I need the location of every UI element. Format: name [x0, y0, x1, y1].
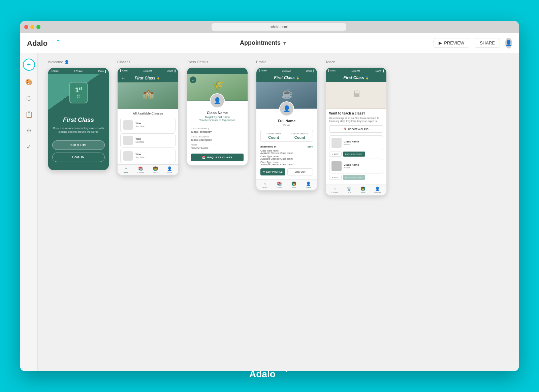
- bottom-adalo-logo: Adalo ✦: [249, 368, 290, 380]
- nav-home-label: Home: [262, 187, 267, 189]
- close-dot[interactable]: [24, 25, 28, 29]
- teach-phone[interactable]: ▎Adalo 1:32 AM 100% ▐ First Class 🥇: [325, 67, 387, 196]
- welcome-screen-card: Welcome 👤 ▎Adalo 1:33 AM 100% ▐ 1st �: [48, 60, 109, 170]
- teach-hero-svg: 🖥: [326, 82, 386, 108]
- svg-text:🌾: 🌾: [212, 80, 224, 91]
- classes-nav-icon: 📚: [277, 182, 282, 186]
- share-button[interactable]: SHARE: [475, 38, 500, 48]
- notes-value: Teacher Notes: [191, 146, 244, 150]
- class-list-item-3[interactable]: Title Subtitle: [120, 149, 176, 163]
- nav-classes[interactable]: 📚 Classes: [137, 166, 144, 173]
- class-item-subtitle-3: Subtitle: [135, 156, 145, 159]
- nav-teach[interactable]: 👨‍🏫 Teach: [153, 166, 158, 173]
- classes-hero-image: 🏫: [118, 82, 178, 109]
- minimize-dot[interactable]: [30, 25, 34, 29]
- login-button[interactable]: LOG IN: [52, 153, 105, 162]
- battery-icon: 100% ▐: [98, 70, 106, 72]
- sidebar-item-palette[interactable]: 🎨: [24, 77, 34, 87]
- profile-header-bar: First Class 🥇: [256, 74, 317, 82]
- main-content: + 🎨 ⬡ 📋 ⚙ ✓ Welcome 👤: [20, 53, 519, 371]
- nav-teach-active[interactable]: 👨‍🏫 Teach: [360, 187, 366, 194]
- class-item-text-3: Title Subtitle: [135, 153, 145, 159]
- welcome-phone[interactable]: ▎Adalo 1:33 AM 100% ▐ 1st 🎖: [48, 68, 109, 170]
- details-back-button[interactable]: ←: [190, 76, 196, 83]
- nav-profile-active-label: Profile: [306, 187, 311, 189]
- logout-button[interactable]: LOG OUT: [287, 168, 313, 175]
- class-list-item-2[interactable]: Title Subtitle: [120, 133, 176, 148]
- interest-type-2: Class Type name: [260, 155, 313, 158]
- browser-chrome: adalo.com: [20, 21, 519, 33]
- layers-icon: ⬡: [26, 95, 32, 102]
- details-status-bar: [187, 68, 248, 74]
- class-item-title-3: Title: [135, 153, 145, 156]
- class-list-item-1[interactable]: Title Subtitle: [120, 118, 176, 132]
- url-bar[interactable]: adalo.com: [212, 23, 346, 31]
- edit-interests-link[interactable]: EDIT: [308, 145, 313, 148]
- nav-teach-label: Teach: [291, 187, 296, 189]
- preview-label: PREVIEW: [444, 40, 464, 45]
- add-component-button[interactable]: +: [23, 59, 35, 71]
- teach-request-btn-2[interactable]: REQUEST COUNT: [343, 175, 365, 180]
- classes-phone[interactable]: ▎Adalo 1:33 AM 100% ▐ ← First Class 🥇: [117, 67, 179, 175]
- class-item-text-2: Title Subtitle: [135, 137, 145, 143]
- description-label: Class Description: [191, 135, 244, 138]
- preview-button[interactable]: ▶ PREVIEW: [434, 38, 469, 48]
- teach-screen-card: Teach ▎Adalo 1:32 AM 100% ▐ First Class …: [325, 60, 387, 196]
- palette-icon: 🎨: [25, 78, 33, 86]
- nav-profile-active[interactable]: 👤 Profile: [306, 182, 311, 189]
- request-btn-label: REQUEST CLASS: [207, 156, 232, 159]
- calendar-icon: 📅: [202, 156, 206, 159]
- sidebar-item-layers[interactable]: ⬡: [24, 94, 34, 103]
- teach-body: Want to teach a class? We encourage all …: [326, 109, 386, 185]
- app-name-button[interactable]: Appointments ▾: [240, 39, 286, 46]
- signup-button[interactable]: SIGN UP!: [52, 140, 105, 150]
- back-arrow[interactable]: ←: [121, 75, 125, 80]
- teach-title: Want to teach a class?: [329, 111, 383, 115]
- details-content: 👤 Class Name Taught By Full Name Teacher…: [187, 93, 248, 165]
- create-class-button[interactable]: 📅 CREATE A CLASS: [329, 125, 383, 133]
- svg-text:☕: ☕: [281, 88, 293, 99]
- nav-api[interactable]: 📡 API: [347, 187, 352, 194]
- classes-header-title: First Class: [135, 76, 155, 80]
- sidebar-item-check[interactable]: ✓: [24, 142, 34, 152]
- pencil-icon: ✏: [263, 171, 265, 173]
- nav-home[interactable]: ⌂ Home: [262, 182, 267, 189]
- nav-account[interactable]: 👤 Account: [374, 187, 381, 194]
- sidebar-item-settings[interactable]: ⚙: [24, 126, 34, 135]
- classes-taken-label: Classes Taken: [262, 132, 285, 135]
- canvas-area[interactable]: Welcome 👤 ▎Adalo 1:33 AM 100% ▐ 1st �: [38, 53, 519, 371]
- teach-edit-btn-2[interactable]: ✏ EDIT: [329, 175, 342, 180]
- time-display: 1:33 AM: [282, 70, 291, 72]
- teach-screen-label: Teach: [325, 60, 335, 64]
- nav-home[interactable]: ⌂ Classes: [331, 187, 338, 194]
- classroom-svg: 🏫: [118, 83, 178, 109]
- classes-taken-stat: Classes Taken Count: [261, 130, 287, 141]
- class-details-phone[interactable]: 🌾 ← 👤 Class Name Taught By Full Name: [187, 67, 248, 166]
- chevron-down-icon: ▾: [283, 40, 286, 46]
- proficiency-label: Class Proficiency: [191, 127, 244, 130]
- details-taught-by: Taught By Full Name Teacher's Years of E…: [191, 116, 244, 122]
- teacher-exp-label: Teacher's Years of Experience: [199, 119, 235, 122]
- interest-classes-2: Available Classes: Class count: [260, 158, 313, 160]
- carrier-left: ▎Adalo: [328, 69, 336, 72]
- profile-action-buttons: ✏ EDIT PROFILE LOG OUT: [260, 168, 313, 175]
- description-value: Class Description: [191, 138, 244, 141]
- interest-item-2: Class Type name Available Classes: Class…: [260, 155, 313, 160]
- user-avatar[interactable]: 👤: [505, 38, 512, 48]
- teach-nav-icon: 👨‍🏫: [291, 182, 296, 186]
- edit-profile-button[interactable]: ✏ EDIT PROFILE: [260, 168, 285, 175]
- interest-type-1: Class Type name: [260, 150, 313, 152]
- nav-classes-label: Profile: [277, 187, 282, 189]
- sidebar-item-database[interactable]: 📋: [24, 110, 34, 119]
- carrier-left: ▎Adalo: [51, 70, 59, 72]
- class-details-screen-label: Class Details: [187, 60, 208, 64]
- nav-classes[interactable]: 📚 Profile: [277, 182, 282, 189]
- teach-edit-btn-1[interactable]: ✏ EDIT: [329, 152, 342, 157]
- nav-home[interactable]: ⌂ Home: [123, 166, 128, 173]
- maximize-dot[interactable]: [36, 25, 40, 29]
- nav-profile[interactable]: 👤 Profile: [167, 166, 172, 173]
- teach-request-btn-1[interactable]: REQUEST COUNT: [343, 152, 365, 157]
- nav-teach[interactable]: 👨‍🏫 Teach: [291, 182, 296, 189]
- profile-phone[interactable]: ▎Adalo 1:33 AM 100% ▐ First Class 🥇: [256, 67, 317, 191]
- request-class-button[interactable]: 📅 REQUEST CLASS: [191, 154, 244, 161]
